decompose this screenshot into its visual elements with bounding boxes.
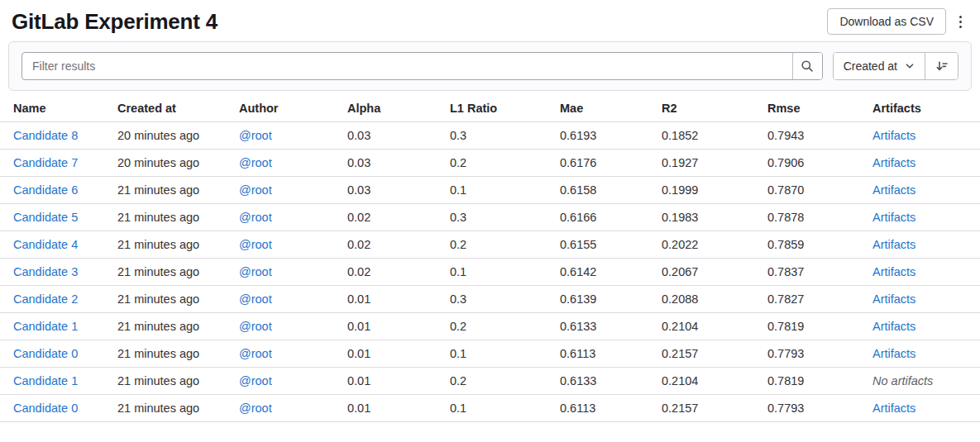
alpha-value: 0.01: [347, 374, 370, 387]
l1-ratio-value: 0.2: [450, 238, 466, 251]
column-header-alpha: Alpha: [347, 95, 450, 122]
table-row: Candidate 021 minutes ago@root0.010.10.6…: [0, 395, 980, 422]
column-header-name: Name: [0, 95, 117, 122]
candidate-link[interactable]: Candidate 2: [13, 292, 78, 306]
search-group: [22, 52, 823, 80]
author-link[interactable]: @root: [239, 211, 272, 224]
sort-group: Created at: [833, 52, 958, 80]
download-csv-button[interactable]: Download as CSV: [827, 8, 946, 35]
candidate-link[interactable]: Candidate 4: [13, 238, 78, 251]
table-row: Candidate 521 minutes ago@root0.020.30.6…: [0, 204, 980, 231]
l1-ratio-value: 0.1: [450, 402, 466, 415]
candidate-link[interactable]: Candidate 0: [13, 402, 78, 415]
sort-descending-icon: [935, 59, 949, 73]
author-link[interactable]: @root: [239, 347, 272, 360]
artifacts-link[interactable]: Artifacts: [872, 238, 915, 251]
author-link[interactable]: @root: [239, 156, 272, 169]
table-row: Candidate 121 minutes ago@root0.010.20.6…: [0, 368, 980, 395]
filter-results-input[interactable]: [22, 53, 792, 79]
r2-value: 0.2088: [662, 292, 698, 306]
top-bar: GitLab Experiment 4 Download as CSV: [0, 0, 980, 41]
column-header-l1-ratio: L1 Ratio: [450, 95, 560, 122]
search-button[interactable]: [792, 53, 822, 79]
candidate-link[interactable]: Candidate 5: [13, 211, 78, 224]
alpha-value: 0.02: [347, 265, 370, 278]
created-at-value: 20 minutes ago: [117, 129, 199, 142]
alpha-value: 0.03: [347, 129, 370, 142]
created-at-value: 21 minutes ago: [117, 374, 199, 387]
table-row: Candidate 321 minutes ago@root0.020.10.6…: [0, 259, 980, 286]
sort-direction-button[interactable]: [925, 53, 958, 79]
table-row: Candidate 820 minutes ago@root0.030.30.6…: [0, 122, 980, 150]
alpha-value: 0.01: [347, 347, 370, 360]
alpha-value: 0.02: [347, 238, 370, 251]
more-actions-button[interactable]: [953, 11, 968, 33]
artifacts-link[interactable]: Artifacts: [872, 320, 915, 333]
l1-ratio-value: 0.1: [450, 183, 466, 197]
artifacts-link[interactable]: Artifacts: [872, 347, 915, 360]
table-row: Candidate 121 minutes ago@root0.010.20.6…: [0, 313, 980, 340]
author-link[interactable]: @root: [239, 292, 272, 306]
l1-ratio-value: 0.3: [450, 292, 466, 306]
r2-value: 0.2104: [662, 374, 698, 387]
mae-value: 0.6176: [560, 156, 596, 169]
artifacts-link[interactable]: Artifacts: [872, 129, 915, 142]
top-actions: Download as CSV: [827, 8, 968, 35]
artifacts-link[interactable]: Artifacts: [872, 292, 915, 306]
filter-bar: Created at: [8, 41, 972, 91]
r2-value: 0.2022: [662, 238, 698, 251]
rmse-value: 0.7819: [767, 374, 804, 387]
author-link[interactable]: @root: [239, 320, 272, 333]
mae-value: 0.6113: [560, 402, 595, 415]
author-link[interactable]: @root: [239, 238, 272, 251]
column-header-mae: Mae: [560, 95, 662, 122]
l1-ratio-value: 0.3: [450, 129, 466, 142]
mae-value: 0.6133: [560, 320, 596, 333]
author-link[interactable]: @root: [239, 183, 272, 197]
table-row: Candidate 221 minutes ago@root0.010.30.6…: [0, 286, 980, 313]
author-link[interactable]: @root: [239, 402, 272, 415]
artifacts-link[interactable]: Artifacts: [872, 402, 915, 415]
mae-value: 0.6133: [560, 374, 596, 387]
candidate-link[interactable]: Candidate 6: [13, 183, 78, 197]
table-row: Candidate 621 minutes ago@root0.030.10.6…: [0, 177, 980, 204]
table-row: Candidate 421 minutes ago@root0.020.20.6…: [0, 231, 980, 259]
candidate-link[interactable]: Candidate 0: [13, 347, 78, 360]
rmse-value: 0.7906: [767, 156, 804, 169]
mae-value: 0.6155: [560, 238, 596, 251]
created-at-value: 21 minutes ago: [117, 402, 199, 415]
rmse-value: 0.7859: [767, 238, 804, 251]
candidate-link[interactable]: Candidate 1: [13, 320, 78, 333]
created-at-value: 21 minutes ago: [117, 238, 199, 251]
artifacts-link[interactable]: Artifacts: [872, 265, 915, 278]
column-header-artifacts: Artifacts: [872, 95, 980, 122]
artifacts-link[interactable]: Artifacts: [872, 211, 915, 224]
rmse-value: 0.7878: [767, 211, 804, 224]
mae-value: 0.6193: [560, 129, 596, 142]
alpha-value: 0.02: [347, 211, 370, 224]
author-link[interactable]: @root: [239, 129, 272, 142]
author-link[interactable]: @root: [239, 374, 272, 387]
mae-value: 0.6139: [560, 292, 596, 306]
artifacts-link[interactable]: Artifacts: [872, 183, 915, 197]
l1-ratio-value: 0.3: [450, 211, 466, 224]
experiment-page: GitLab Experiment 4 Download as CSV Crea…: [0, 0, 980, 442]
artifacts-link[interactable]: Artifacts: [872, 156, 915, 169]
mae-value: 0.6166: [560, 211, 596, 224]
author-link[interactable]: @root: [239, 265, 272, 278]
created-at-value: 21 minutes ago: [117, 183, 199, 197]
candidate-link[interactable]: Candidate 1: [13, 374, 78, 387]
l1-ratio-value: 0.2: [450, 320, 466, 333]
column-header-author: Author: [239, 95, 347, 122]
candidate-link[interactable]: Candidate 7: [13, 156, 78, 169]
rmse-value: 0.7793: [767, 347, 804, 360]
rmse-value: 0.7793: [767, 402, 804, 415]
candidate-link[interactable]: Candidate 3: [13, 265, 78, 278]
page-title: GitLab Experiment 4: [12, 8, 218, 35]
r2-value: 0.2157: [662, 347, 698, 360]
sort-field-dropdown[interactable]: Created at: [834, 53, 925, 79]
rmse-value: 0.7943: [767, 129, 804, 142]
candidate-link[interactable]: Candidate 8: [13, 129, 78, 142]
rmse-value: 0.7870: [767, 183, 804, 197]
r2-value: 0.1983: [662, 211, 698, 224]
